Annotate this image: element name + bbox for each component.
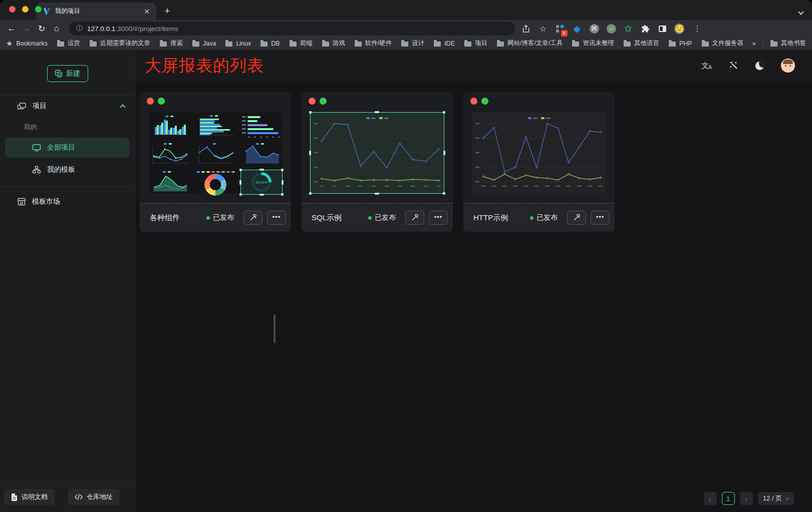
bookmarks-divider xyxy=(763,40,763,47)
prev-page-button[interactable]: ‹ xyxy=(704,492,717,505)
bookmark-folder[interactable]: 前端 xyxy=(290,39,313,48)
edit-button[interactable] xyxy=(405,211,424,225)
bookmark-folder[interactable]: 资讯未整理 xyxy=(572,39,614,48)
bookmark-folder-label: 文件服务器 xyxy=(712,39,743,48)
bookmark-folder[interactable]: 其他语言 xyxy=(624,39,659,48)
bookmark-star-icon[interactable]: ☆ xyxy=(538,24,548,34)
template-icon xyxy=(32,166,41,174)
side-panel-icon[interactable] xyxy=(657,24,667,34)
tab-close-icon[interactable]: ✕ xyxy=(142,7,151,16)
gem-extension-icon[interactable]: ◆ xyxy=(572,24,582,34)
card-thumbnail-line-chart xyxy=(472,113,606,193)
bookmark-folder[interactable]: 搜索 xyxy=(160,39,183,48)
minimize-window-button[interactable] xyxy=(22,6,29,13)
extension-grid-icon[interactable]: 9 xyxy=(555,24,565,34)
folder-icon xyxy=(702,42,709,47)
project-card-components[interactable]: 25.00% 各种组件 已发布 xyxy=(140,92,291,232)
edit-button[interactable] xyxy=(243,211,262,225)
docs-button[interactable]: 说明文档 xyxy=(4,489,55,505)
bookmark-folder[interactable]: Linux xyxy=(225,39,251,48)
bookmark-folder[interactable]: 设计 xyxy=(401,39,424,48)
folder-icon xyxy=(497,42,504,47)
new-tab-button[interactable]: + xyxy=(160,4,174,18)
bookmark-folder[interactable]: 游戏 xyxy=(322,39,345,48)
next-page-button[interactable]: › xyxy=(740,492,753,505)
recorder-extension-icon[interactable] xyxy=(606,24,616,34)
folder-icon xyxy=(355,42,362,47)
project-card-http[interactable]: HTTP示例 已发布 ••• xyxy=(463,92,615,232)
folder-icon xyxy=(260,42,267,47)
chevron-down-icon xyxy=(785,495,789,499)
more-button[interactable]: ••• xyxy=(429,211,448,225)
sidebar-item-all-projects[interactable]: 全部项目 xyxy=(5,138,130,158)
repo-button[interactable]: 仓库地址 xyxy=(68,489,120,505)
project-card-sql[interactable]: SQL示例 已发布 ••• xyxy=(302,92,453,232)
bookmark-folder[interactable]: 文件服务器 xyxy=(702,39,743,48)
app-header: 大屏报表的列表 文A xyxy=(135,50,812,81)
sidebar-footer: 说明文档 仓库地址 xyxy=(0,481,135,512)
user-avatar[interactable] xyxy=(781,59,795,73)
star-extension-icon[interactable]: ✩ xyxy=(623,24,633,34)
other-bookmarks[interactable]: 其他书签 xyxy=(770,39,806,48)
menu-kebab-icon[interactable]: ⋮ xyxy=(692,24,702,34)
language-icon[interactable]: 文A xyxy=(701,61,712,71)
bookmark-folder[interactable]: 运营 xyxy=(57,39,80,48)
bookmark-folder[interactable]: 近期需要读的文章 xyxy=(90,39,150,48)
bookmark-folder-label: 设计 xyxy=(412,39,424,48)
bookmark-folder[interactable]: PHP xyxy=(669,39,692,48)
bookmark-folder[interactable]: 项目 xyxy=(464,39,487,48)
sidebar-section-projects[interactable]: 项目 xyxy=(0,96,135,117)
card-green-dot xyxy=(158,98,165,105)
more-button[interactable]: ••• xyxy=(267,211,286,225)
chevron-up-icon[interactable] xyxy=(120,104,125,110)
card-red-dot xyxy=(309,98,316,105)
sidebar-item-template-market[interactable]: 模板市场 xyxy=(0,191,135,212)
docs-button-label: 说明文档 xyxy=(22,492,48,501)
project-name: HTTP示例 xyxy=(473,213,530,223)
mini-hbar-chart xyxy=(195,114,236,138)
gauge-value: 25.00% xyxy=(251,172,272,192)
tab-search-chevron-icon[interactable] xyxy=(799,7,805,13)
current-page-button[interactable]: 1 xyxy=(722,492,735,505)
sidebar-item-label: 我的模板 xyxy=(47,165,75,174)
address-bar[interactable]: ⓘ 127.0.0.1:3000/#/project/items xyxy=(69,22,515,36)
scrollbar-thumb[interactable] xyxy=(274,314,276,343)
browser-tab[interactable]: 我的项目 ✕ xyxy=(36,3,156,20)
forward-icon[interactable]: → xyxy=(20,22,33,35)
edit-button[interactable] xyxy=(567,211,586,225)
folder-icon xyxy=(434,42,441,47)
site-info-icon[interactable]: ⓘ xyxy=(76,24,83,33)
bookmark-folder-list: 运营 近期需要读的文章 搜索 Java xyxy=(57,39,743,48)
card-green-dot xyxy=(320,98,327,105)
folder-icon xyxy=(290,42,297,47)
extensions-puzzle-icon[interactable] xyxy=(640,24,650,34)
reload-icon[interactable]: ↻ xyxy=(35,22,48,35)
mini-bar-chart xyxy=(149,114,190,138)
page-size-select[interactable]: 12 / 页 xyxy=(758,492,794,505)
folder-icon xyxy=(160,42,167,47)
card-footer: HTTP示例 已发布 ••• xyxy=(463,204,615,232)
more-button[interactable]: ••• xyxy=(591,211,610,225)
home-icon[interactable]: ⌂ xyxy=(50,22,63,35)
bookmarks-manager[interactable]: ★ Bookmarks xyxy=(6,39,48,48)
card-green-dot xyxy=(481,98,488,105)
bookmark-folder[interactable]: 软件/硬件 xyxy=(355,39,392,48)
close-window-button[interactable] xyxy=(9,6,16,13)
command-extension-icon[interactable]: ⌘ xyxy=(589,24,599,34)
status-dot xyxy=(368,216,372,220)
back-icon[interactable]: ← xyxy=(5,22,18,35)
bookmark-folder-label: 近期需要读的文章 xyxy=(100,39,150,48)
bookmark-folder[interactable]: 网站/博客/文章/工具 xyxy=(497,39,563,48)
new-project-button[interactable]: 新建 xyxy=(47,65,88,82)
bookmarks-overflow-icon[interactable]: » xyxy=(752,40,756,47)
share-icon[interactable] xyxy=(521,24,531,34)
tab-strip: 我的项目 ✕ + xyxy=(0,0,812,20)
profile-avatar[interactable] xyxy=(674,24,684,34)
dark-mode-moon-icon[interactable] xyxy=(755,62,764,70)
bookmark-folder[interactable]: IDE xyxy=(434,39,455,48)
magic-wand-icon[interactable] xyxy=(729,61,738,70)
zoom-window-button[interactable] xyxy=(35,6,42,13)
bookmark-folder[interactable]: Java xyxy=(192,39,216,48)
sidebar-item-my-templates[interactable]: 我的模板 xyxy=(5,160,130,180)
bookmark-folder[interactable]: DB xyxy=(260,39,280,48)
